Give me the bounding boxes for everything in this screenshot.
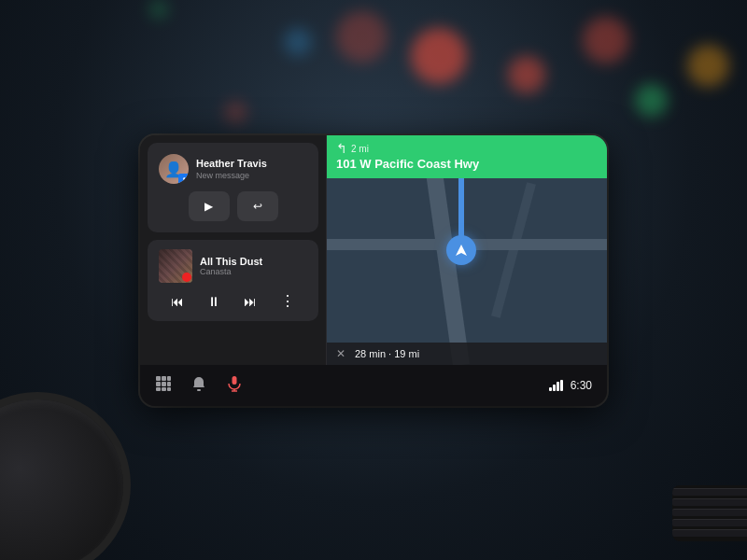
artist-name: Canasta	[200, 267, 307, 276]
svg-rect-1	[156, 376, 161, 381]
next-button[interactable]: ⏭	[238, 292, 262, 311]
svg-rect-11	[233, 376, 237, 385]
svg-rect-2	[162, 376, 166, 381]
play-button[interactable]: ▶	[189, 191, 230, 221]
dashboard-background: 👤 f Heather Travis New message ▶ ↩	[0, 0, 747, 560]
svg-rect-10	[197, 389, 201, 391]
nav-eta: 28 min · 19 mi	[355, 348, 419, 359]
signal-bar-1	[549, 387, 552, 391]
dashboard-vent	[672, 485, 747, 541]
turn-arrow-icon: ↰	[336, 141, 347, 156]
grid-icon[interactable]	[155, 375, 172, 396]
map-panel: ↰ 2 mi 101 W Pacific Coast Hwy ✕ 28 min …	[327, 135, 607, 365]
signal-bar-2	[553, 385, 556, 391]
message-card[interactable]: 👤 f Heather Travis New message ▶ ↩	[148, 143, 318, 232]
nav-close-icon[interactable]: ✕	[336, 347, 345, 360]
signal-bars	[549, 380, 563, 391]
svg-rect-4	[156, 382, 161, 386]
music-controls: ⏮ ⏸ ⏭ ⋮	[159, 290, 307, 312]
message-header: 👤 f Heather Travis New message	[159, 154, 307, 184]
sender-name: Heather Travis	[196, 158, 307, 170]
mic-icon[interactable]	[226, 375, 243, 396]
navigation-header: ↰ 2 mi 101 W Pacific Coast Hwy	[327, 135, 607, 178]
music-card[interactable]: All This Dust Canasta ⏮ ⏸ ⏭ ⋮	[148, 240, 318, 321]
svg-rect-6	[167, 382, 171, 386]
status-area: 6:30	[549, 379, 592, 392]
message-actions: ▶ ↩	[159, 191, 307, 221]
navigation-footer: ✕ 28 min · 19 mi	[327, 343, 607, 365]
nav-distance: ↰ 2 mi	[336, 141, 598, 156]
arrow-icon	[454, 243, 469, 258]
svg-rect-9	[167, 387, 171, 391]
pause-button[interactable]: ⏸	[202, 292, 226, 311]
distance-text: 2 mi	[351, 144, 369, 154]
signal-bar-4	[560, 380, 563, 391]
svg-rect-7	[156, 387, 161, 391]
message-subtitle: New message	[196, 171, 307, 180]
svg-rect-5	[162, 382, 166, 386]
navigation-arrow-container	[446, 235, 476, 265]
reply-button[interactable]: ↩	[237, 191, 278, 221]
bell-icon[interactable]	[190, 375, 207, 396]
bottom-bar: 6:30	[140, 365, 607, 406]
steering-wheel	[0, 392, 131, 560]
clock: 6:30	[571, 379, 592, 392]
music-text: All This Dust Canasta	[200, 256, 307, 276]
nav-street: 101 W Pacific Coast Hwy	[336, 157, 598, 171]
messenger-icon: f	[178, 174, 189, 184]
svg-rect-8	[162, 387, 166, 391]
music-app-dot	[182, 273, 191, 282]
bottom-nav	[155, 375, 243, 396]
prev-button[interactable]: ⏮	[165, 292, 190, 311]
left-panel: 👤 f Heather Travis New message ▶ ↩	[140, 135, 327, 365]
song-title: All This Dust	[200, 256, 307, 267]
svg-marker-0	[456, 245, 467, 256]
signal-bar-3	[557, 382, 559, 391]
android-auto-screen: 👤 f Heather Travis New message ▶ ↩	[140, 135, 607, 406]
navigation-arrow	[446, 235, 476, 265]
screen-main-area: 👤 f Heather Travis New message ▶ ↩	[140, 135, 607, 365]
album-art	[159, 249, 192, 283]
music-header: All This Dust Canasta	[159, 249, 307, 283]
svg-rect-3	[167, 376, 171, 381]
avatar: 👤 f	[159, 154, 189, 184]
message-text-info: Heather Travis New message	[196, 158, 307, 179]
more-button[interactable]: ⋮	[275, 290, 302, 312]
